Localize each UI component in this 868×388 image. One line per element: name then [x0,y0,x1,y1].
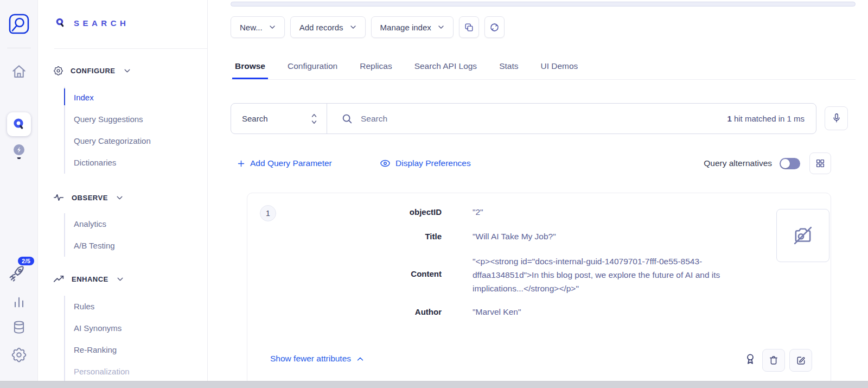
edit-icon [795,355,806,366]
chevron-down-icon [350,25,356,29]
grid-layout-icon [815,158,825,168]
copy-icon [464,22,474,33]
tab-stats[interactable]: Stats [496,54,521,79]
field-label-title: Title [333,232,442,241]
enhance-items: Rules AI Synonyms Re-Ranking Personaliza… [64,296,130,383]
icon-rail: 2/5 [0,0,38,388]
sidebar-divider [54,48,207,49]
bottom-scrollbar-band[interactable] [0,381,868,388]
display-preferences-link[interactable]: Display Preferences [380,152,471,174]
gear-icon [53,66,63,76]
field-label-content: Content [333,269,442,278]
sidebar-item-re-ranking[interactable]: Re-Ranking [65,339,130,361]
voice-search-button[interactable] [825,106,848,130]
section-enhance[interactable]: ENHANCE [53,275,124,283]
chevron-down-icon [116,195,123,200]
waveform-icon [53,193,65,202]
copy-button[interactable] [459,16,479,38]
product-sidebar: SEARCH CONFIGURE Index Query Suggestions… [38,0,208,388]
index-selector-sliver [231,2,856,7]
algolia-logo-icon[interactable] [7,12,31,36]
sidebar-item-dictionaries[interactable]: Dictionaries [65,152,151,174]
sort-chevrons-icon [310,113,318,125]
product-header: SEARCH [54,17,129,29]
algolia-dashboard: 2/5 [0,0,868,388]
camera-off-icon [792,224,814,247]
analytics-bars-icon[interactable] [11,295,27,310]
add-records-label: Add records [299,23,343,32]
refresh-button[interactable] [484,16,505,38]
index-tabs: Browse Configuration Replicas Search API… [231,54,856,80]
product-title: SEARCH [74,18,129,28]
configure-items: Index Query Suggestions Query Categoriza… [64,87,151,174]
query-controls-row: Add Query Parameter Display Preferences … [231,152,856,174]
sidebar-item-index[interactable]: Index [65,87,151,109]
trend-up-icon [53,275,65,283]
display-preferences-label: Display Preferences [395,158,471,168]
search-scope-value: Search [242,114,268,123]
sidebar-item-rules[interactable]: Rules [65,296,130,317]
gear-icon[interactable] [11,347,27,363]
microphone-icon [832,113,841,124]
show-fewer-attributes-link[interactable]: Show fewer attributes [270,354,364,364]
chevron-down-icon [269,25,276,29]
hit-rank-badge: 1 [260,205,276,221]
field-value-author: "Marvel Ken" [473,307,521,317]
section-configure[interactable]: CONFIGURE [53,66,131,76]
layout-grid-button[interactable] [809,152,831,174]
search-result-stat: 1 hit matched in 1 ms [727,104,816,133]
ribbon-icon [743,352,757,367]
add-records-button[interactable]: Add records [290,16,366,38]
search-input-wrap [327,104,727,133]
chevron-up-icon [356,357,364,361]
database-icon[interactable] [11,320,27,335]
sidebar-item-personalization[interactable]: Personalization [65,361,130,383]
manage-index-button[interactable]: Manage index [371,16,454,38]
show-fewer-label: Show fewer attributes [270,354,351,364]
hit-card: 1 objectID "2" Title "Will AI Take My Jo… [247,193,831,386]
search-magnifier-icon [54,17,66,29]
sidebar-item-query-suggestions[interactable]: Query Suggestions [65,109,151,130]
refresh-icon [489,22,500,33]
main-content: New... Add records Manage index [208,0,868,388]
tab-replicas[interactable]: Replicas [357,54,394,79]
recommend-bulb-icon[interactable] [10,142,28,162]
tab-ui-demos[interactable]: UI Demos [538,54,580,79]
query-alternatives-toggle[interactable] [780,158,800,169]
toolbar: New... Add records Manage index [231,16,505,38]
sidebar-item-ai-synonyms[interactable]: AI Synonyms [65,317,130,339]
section-observe[interactable]: OBSERVE [53,193,123,202]
hit-count: 1 [727,114,731,123]
search-product-active-tile[interactable] [7,112,31,136]
tab-configuration[interactable]: Configuration [285,54,340,79]
search-input[interactable] [361,114,727,124]
rocket-icon[interactable] [8,264,27,283]
section-label: CONFIGURE [71,67,116,75]
add-query-parameter-label: Add Query Parameter [250,158,332,168]
rail-divider [7,48,31,48]
toggle-knob [781,159,790,168]
tab-search-api-logs[interactable]: Search API Logs [412,54,480,79]
search-scope-select[interactable]: Search [231,104,327,133]
field-value-title: "Will AI Take My Job?" [473,232,556,241]
eye-icon [380,159,391,168]
trash-icon [768,355,779,366]
new-button[interactable]: New... [231,16,285,38]
query-alternatives-control: Query alternatives [704,152,831,174]
hit-count-rest: hit matched in 1 ms [732,114,805,123]
section-label: ENHANCE [72,275,108,283]
rocket-progress-badge: 2/5 [18,257,34,265]
image-placeholder [776,209,829,262]
delete-hit-button[interactable] [762,349,785,372]
sidebar-item-ab-testing[interactable]: A/B Testing [65,235,115,257]
edit-hit-button[interactable] [789,349,812,372]
sidebar-item-query-categorization[interactable]: Query Categorization [65,130,151,152]
home-icon[interactable] [11,63,27,80]
tab-browse[interactable]: Browse [232,54,268,79]
field-label-objectid: objectID [333,207,442,217]
ribbon-button[interactable] [743,352,757,367]
add-query-parameter-link[interactable]: Add Query Parameter [237,152,332,174]
search-bar: Search 1 hit matched in 1 ms [231,103,816,134]
field-label-author: Author [333,307,442,316]
sidebar-item-analytics[interactable]: Analytics [65,213,115,235]
